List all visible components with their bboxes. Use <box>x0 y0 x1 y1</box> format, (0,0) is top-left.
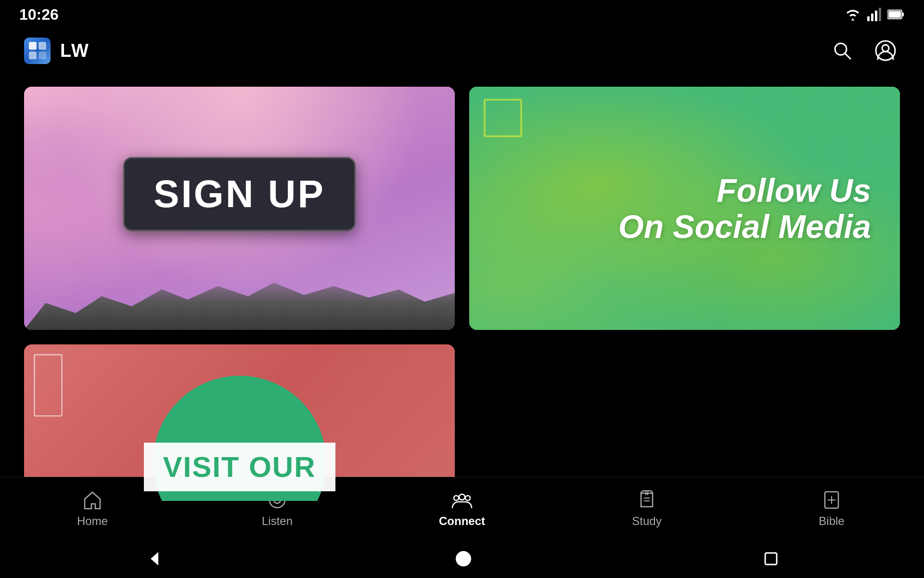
svg-rect-28 <box>765 553 777 565</box>
home-icon <box>82 489 103 511</box>
svg-rect-1 <box>871 13 873 21</box>
connect-icon <box>451 489 473 511</box>
svg-rect-5 <box>902 13 904 16</box>
search-icon <box>832 40 853 61</box>
visit-text-box: VISIT OUR <box>143 443 335 491</box>
app-bar-left: LW <box>24 38 90 64</box>
main-content: SIGN UP Follow Us On Social Media VISIT … <box>0 72 924 511</box>
rocks-shape <box>24 263 455 330</box>
battery-icon <box>887 9 905 20</box>
svg-rect-6 <box>888 11 901 18</box>
nav-item-bible[interactable]: Bible <box>739 485 924 533</box>
search-button[interactable] <box>828 36 857 65</box>
nav-item-home[interactable]: Home <box>0 485 185 533</box>
account-button[interactable] <box>871 36 900 65</box>
system-nav <box>0 539 924 578</box>
account-icon <box>875 40 896 61</box>
signup-card[interactable]: SIGN UP <box>24 87 455 330</box>
recents-button[interactable] <box>764 552 778 566</box>
study-icon <box>636 489 657 511</box>
app-logo <box>24 38 51 64</box>
svg-rect-0 <box>867 16 870 21</box>
signal-icon <box>867 8 882 21</box>
svg-rect-3 <box>879 8 881 21</box>
back-button[interactable] <box>146 550 163 567</box>
svg-point-19 <box>454 496 459 500</box>
svg-rect-10 <box>38 52 46 59</box>
svg-rect-7 <box>29 42 37 50</box>
bible-label: Bible <box>819 514 844 528</box>
wifi-icon <box>844 8 861 21</box>
rocks-area <box>24 263 455 330</box>
svg-marker-26 <box>151 552 158 565</box>
sign-up-sign: SIGN UP <box>123 157 356 231</box>
svg-rect-9 <box>29 52 37 59</box>
social-line1: Follow Us <box>618 172 871 209</box>
visit-border-rect <box>34 354 63 417</box>
svg-point-20 <box>465 496 470 500</box>
bottom-nav: Home Listen Connect Study <box>0 477 924 539</box>
social-card[interactable]: Follow Us On Social Media <box>469 87 900 330</box>
logo-icon <box>28 41 47 60</box>
social-square <box>484 99 522 137</box>
svg-point-11 <box>835 43 847 55</box>
status-time: 10:26 <box>19 6 59 24</box>
connect-label: Connect <box>439 514 485 528</box>
sign-up-text: SIGN UP <box>154 172 325 216</box>
status-icons <box>844 8 905 21</box>
nav-item-study[interactable]: Study <box>554 485 739 533</box>
app-bar: LW <box>0 29 924 72</box>
home-button[interactable] <box>455 550 472 567</box>
svg-rect-8 <box>38 42 46 50</box>
nav-item-connect[interactable]: Connect <box>370 485 554 533</box>
svg-point-18 <box>459 494 465 500</box>
status-bar: 10:26 <box>0 0 924 29</box>
study-label: Study <box>632 514 661 528</box>
social-line2: On Social Media <box>618 209 871 245</box>
app-title: LW <box>60 40 90 61</box>
svg-point-14 <box>882 45 889 52</box>
listen-label: Listen <box>262 514 293 528</box>
app-bar-right <box>828 36 900 65</box>
bible-icon <box>821 489 842 511</box>
svg-rect-2 <box>875 11 877 21</box>
social-text-block: Follow Us On Social Media <box>618 172 871 245</box>
home-label: Home <box>77 514 108 528</box>
visit-our-text: VISIT OUR <box>163 450 316 484</box>
svg-line-12 <box>845 53 851 59</box>
svg-point-27 <box>456 551 471 566</box>
